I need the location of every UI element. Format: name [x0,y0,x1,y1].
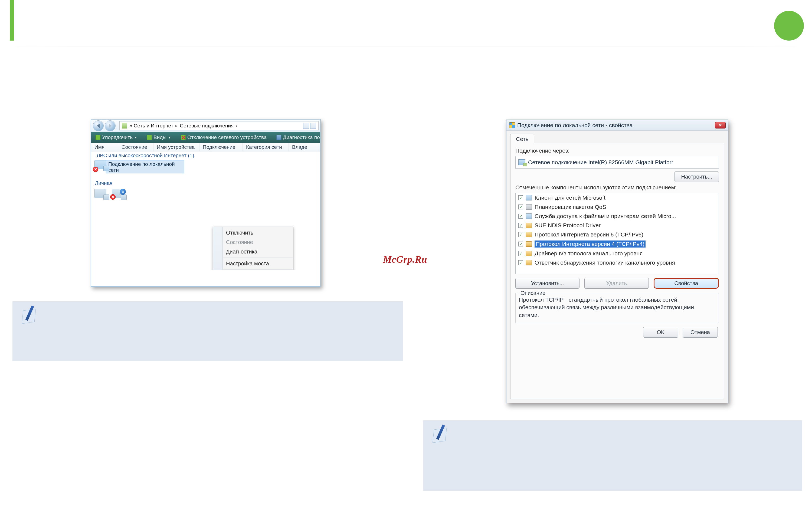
toolbar-organize-label: Упорядочить [102,134,133,141]
chevron-right-icon: ▸ [175,123,178,128]
service-icon [526,232,532,237]
checkbox-icon[interactable]: ✓ [518,260,523,265]
group-header[interactable]: ЛВС или высокоскоростной Интернет (1) [91,151,320,159]
col-owner[interactable]: Владе [289,143,320,151]
chevron-down-icon: ▼ [134,136,137,139]
ok-button[interactable]: OK [643,327,678,338]
checkbox-icon[interactable]: ✓ [518,205,523,209]
error-badge-icon: ✕ [93,167,98,172]
toolbar-views-label: Виды [153,134,167,141]
toolbar-disable-device[interactable]: Отключение сетевого устройства [178,134,269,141]
breadcrumb-refresh-button[interactable] [310,123,316,129]
component-label: Протокол Интернета версии 6 (TCP/IPv6) [534,231,643,238]
breadcrumb-segment-2: Сетевые подключения [180,123,234,129]
explorer-navbar: « Сеть и Интернет ▸ Сетевые подключения … [91,120,320,132]
checkbox-icon[interactable]: ✓ [518,242,523,246]
ctx-item-diagnose[interactable]: Диагностика [213,247,293,256]
toolbar-organize[interactable]: Упорядочить ▼ [93,134,140,141]
organize-icon [95,135,100,140]
selected-connection-item[interactable]: Подключение по локальной сети [106,160,184,173]
checkbox-icon[interactable]: ✓ [518,214,523,219]
service-icon [526,195,532,201]
description-legend: Описание [519,290,547,296]
configure-button[interactable]: Настроить... [674,171,719,182]
chevron-right-icon: ▸ [236,123,238,128]
nic-icon [518,159,525,165]
watermark-text: McGrp.Ru [383,254,427,265]
dialog-tabpane: Подключение через: Сетевое подключение I… [510,143,724,399]
ctx-separator [223,258,293,258]
components-list[interactable]: ✓Клиент для сетей Microsoft ✓Планировщик… [515,193,719,274]
properties-button[interactable]: Свойства [654,278,719,289]
ctx-item-disable[interactable]: Отключить [213,228,293,238]
checkbox-icon[interactable]: ✓ [518,195,523,200]
component-label: Драйвер в/в тополога канального уровня [534,250,643,257]
install-button[interactable]: Установить... [515,278,580,289]
col-cat[interactable]: Категория сети [243,143,289,151]
breadcrumb-segment-1: « Сеть и Интернет [129,123,173,129]
adapter-name: Сетевое подключение Intel(R) 82566MM Gig… [528,159,673,165]
checkbox-icon[interactable]: ✓ [518,232,523,237]
shield-icon [509,122,515,128]
component-label[interactable]: Протокол Интернета версии 4 (TCP/IPv4) [534,241,645,247]
breadcrumb[interactable]: « Сеть и Интернет ▸ Сетевые подключения … [119,121,319,130]
component-label: Служба доступа к файлам и принтерам сете… [534,213,676,219]
note-icon [20,305,42,325]
col-name[interactable]: Имя [91,143,118,151]
ctx-item-bridge[interactable]: Настройка моста [213,259,293,268]
note-icon [431,424,453,444]
components-label: Отмеченные компоненты используются этим … [515,184,719,191]
toolbar-diagnose[interactable]: Диагностика по [273,134,320,141]
nav-forward-button[interactable] [105,120,116,131]
component-label: Ответчик обнаружения топологии канальног… [534,260,675,266]
service-icon [526,241,532,247]
component-item-selected: ✓Протокол Интернета версии 4 (TCP/IPv4) [516,239,719,249]
tab-network[interactable]: Сеть [510,134,534,144]
dialog-title-text: Подключение по локальной сети - свойства [517,122,633,128]
chevron-down-icon: ▼ [168,136,171,139]
col-device[interactable]: Имя устройства [153,143,200,151]
network-connections-window: « Сеть и Интернет ▸ Сетевые подключения … [91,119,321,287]
adapter-field: Сетевое подключение Intel(R) 82566MM Gig… [515,156,719,169]
personal-group-label: Личная [95,180,112,186]
checkbox-icon[interactable]: ✓ [518,251,523,256]
checkbox-icon[interactable]: ✓ [518,223,523,228]
component-item: ✓Планировщик пакетов QoS [516,202,719,212]
component-item: ✓Служба доступа к файлам и принтерам сет… [516,212,719,221]
disable-icon [181,135,186,140]
explorer-toolbar: Упорядочить ▼ Виды ▼ Отключение сетевого… [91,132,320,143]
service-icon [526,223,532,228]
connections-area: ✕ Подключение по локальной сети Личная ✕… [91,159,320,270]
component-item: ✓SUE NDIS Protocol Driver [516,221,719,230]
note-box-right [423,420,802,491]
page-corner-accent [774,11,804,40]
component-item: ✓Протокол Интернета версии 6 (TCP/IPv6) [516,230,719,239]
breadcrumb-icon [122,123,127,128]
component-item: ✓Ответчик обнаружения топологии канально… [516,258,719,267]
dialog-titlebar: Подключение по локальной сети - свойства… [506,120,728,131]
component-label: SUE NDIS Protocol Driver [534,222,601,229]
col-state[interactable]: Состояние [118,143,153,151]
bluetooth-icon: ᚼ [120,189,126,195]
context-menu: Отключить Состояние Диагностика Настройк… [213,227,293,270]
breadcrumb-dropdown-button[interactable] [303,123,309,129]
service-icon [526,260,532,265]
uninstall-button: Удалить [584,278,648,289]
note-box-left [12,301,403,361]
col-conn[interactable]: Подключение [200,143,243,151]
toolbar-views[interactable]: Виды ▼ [144,134,174,141]
close-button[interactable]: ✕ [715,122,726,128]
diagnose-icon [277,135,281,140]
nav-back-button[interactable] [93,120,104,131]
service-icon [526,204,532,210]
error-badge-icon: ✕ [110,194,116,200]
page-divider [0,46,812,47]
cancel-button[interactable]: Отмена [683,327,718,338]
toolbar-diagnose-label: Диагностика по [283,134,320,141]
views-icon [147,135,152,140]
description-group: Описание Протокол TCP/IP - стандартный п… [515,293,719,323]
description-text: Протокол TCP/IP - стандартный протокол г… [519,296,715,319]
network-adapter-icon[interactable] [94,189,106,198]
toolbar-disable-label: Отключение сетевого устройства [187,134,267,141]
page-side-accent [10,0,14,40]
